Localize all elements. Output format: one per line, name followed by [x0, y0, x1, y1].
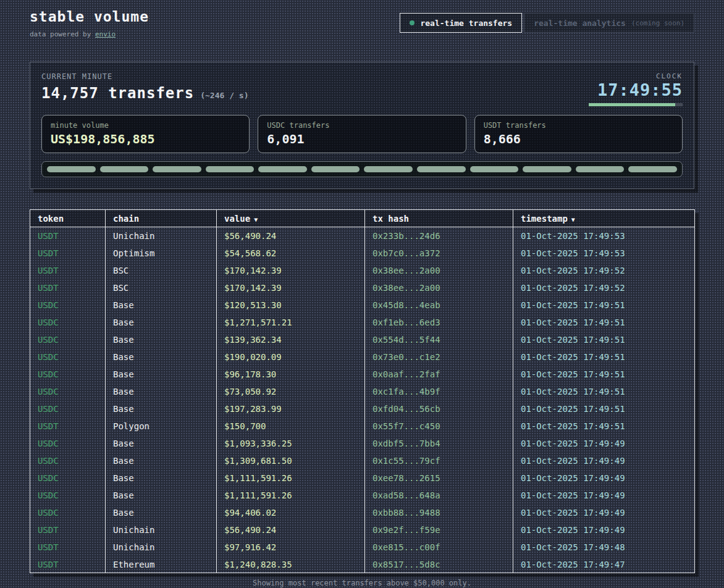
cell-token: USDC: [30, 435, 106, 452]
cell-tx-hash[interactable]: 0x55f7...c450: [365, 418, 513, 435]
cell-tx-hash[interactable]: 0xbb88...9488: [365, 504, 513, 521]
stat-card-value: 6,091: [267, 132, 457, 146]
cell-token: USDT: [30, 521, 106, 539]
cell-chain: Base: [106, 296, 217, 314]
cell-tx-hash[interactable]: 0xf1eb...6ed3: [365, 314, 513, 331]
cell-token: USDC: [30, 314, 106, 331]
column-label: chain: [113, 214, 139, 224]
stat-card-label: USDT transfers: [484, 121, 673, 130]
cell-tx-hash[interactable]: 0x233b...24d6: [365, 227, 513, 245]
volume-segment: [311, 166, 360, 172]
powered-by: data powered by envio: [30, 30, 149, 38]
cell-tx-hash[interactable]: 0xe815...c00f: [365, 539, 513, 556]
cell-timestamp: 01-Oct-2025 17:49:53: [513, 245, 695, 262]
cell-tx-hash[interactable]: 0x38ee...2a00: [365, 262, 513, 279]
cell-chain: Base: [106, 331, 217, 348]
cell-value: $56,490.24: [217, 227, 365, 245]
transfers-summary: CURRENT MINUTE 14,757 transfers (~246 / …: [41, 72, 248, 102]
cell-token: USDT: [30, 227, 106, 245]
stat-card-USDT-transfers: USDT transfers8,666: [474, 115, 683, 153]
volume-segment: [100, 166, 149, 172]
cell-value: $1,111,591.26: [217, 487, 365, 504]
tab-label: real-time analytics: [534, 19, 626, 28]
cell-token: USDC: [30, 452, 106, 469]
column-header-chain[interactable]: chain: [106, 210, 217, 227]
cell-chain: Base: [106, 469, 217, 487]
cell-tx-hash[interactable]: 0x45d8...4eab: [365, 296, 513, 314]
column-label: timestamp: [521, 214, 568, 224]
volume-segment: [417, 166, 466, 172]
cell-value: $96,178.30: [217, 366, 365, 383]
cell-value: $120,513.30: [217, 296, 365, 314]
minute-progress-bar: [589, 103, 683, 106]
cell-timestamp: 01-Oct-2025 17:49:47: [513, 556, 695, 573]
column-header-timestamp[interactable]: timestamp▼: [513, 210, 695, 227]
cell-token: USDT: [30, 556, 106, 573]
cell-tx-hash[interactable]: 0x554d...5f44: [365, 331, 513, 348]
cell-tx-hash[interactable]: 0x1c55...79cf: [365, 452, 513, 469]
table-row: USDTUnichain$56,490.240x233b...24d601-Oc…: [30, 227, 695, 245]
cell-value: $170,142.39: [217, 262, 365, 279]
cell-value: $197,283.99: [217, 400, 365, 418]
volume-segment-bar: [41, 161, 683, 177]
cell-chain: Base: [106, 452, 217, 469]
tab-real-time-analytics[interactable]: real-time analytics(coming soon): [524, 13, 694, 33]
cell-token: USDC: [30, 348, 106, 366]
cell-chain: Unichain: [106, 521, 217, 539]
table-row: USDCBase$139,362.340x554d...5f4401-Oct-2…: [30, 331, 695, 348]
current-minute-panel: CURRENT MINUTE 14,757 transfers (~246 / …: [30, 62, 694, 189]
cell-tx-hash[interactable]: 0xad58...648a: [365, 487, 513, 504]
cell-tx-hash[interactable]: 0x0aaf...2faf: [365, 366, 513, 383]
cell-timestamp: 01-Oct-2025 17:49:51: [513, 418, 695, 435]
branding: stable volume data powered by envio: [30, 9, 149, 38]
tab-label: real-time transfers: [420, 19, 512, 28]
cell-value: $139,362.34: [217, 331, 365, 348]
tab-real-time-transfers[interactable]: real-time transfers: [400, 13, 522, 33]
cell-timestamp: 01-Oct-2025 17:49:51: [513, 348, 695, 366]
cell-chain: Base: [106, 314, 217, 331]
cell-tx-hash[interactable]: 0x73e0...c1e2: [365, 348, 513, 366]
clock-block: CLOCK 17:49:55: [589, 72, 683, 106]
column-header-token[interactable]: token: [30, 210, 106, 227]
cell-value: $56,490.24: [217, 521, 365, 539]
table-row: USDTOptimism$54,568.620xb7c0...a37201-Oc…: [30, 245, 695, 262]
table-body: USDTUnichain$56,490.240x233b...24d601-Oc…: [30, 227, 695, 573]
cell-timestamp: 01-Oct-2025 17:49:53: [513, 227, 695, 245]
stat-card-minute-volume: minute volumeUS$198,856,885: [41, 115, 250, 153]
page-title: stable volume: [30, 9, 149, 25]
cell-tx-hash[interactable]: 0xee78...2615: [365, 469, 513, 487]
transfers-count: 14,757 transfers: [41, 85, 194, 102]
cell-tx-hash[interactable]: 0xfd04...56cb: [365, 400, 513, 418]
stat-card-value: 8,666: [484, 132, 673, 146]
cell-value: $73,050.92: [217, 383, 365, 400]
table-row: USDCBase$1,111,591.260xad58...648a01-Oct…: [30, 487, 695, 504]
table-row: USDTUnichain$97,916.420xe815...c00f01-Oc…: [30, 539, 695, 556]
volume-segment: [364, 166, 413, 172]
envio-link[interactable]: envio: [95, 30, 116, 38]
cell-timestamp: 01-Oct-2025 17:49:51: [513, 296, 695, 314]
table-row: USDTBSC$170,142.390x38ee...2a0001-Oct-20…: [30, 262, 695, 279]
cell-tx-hash[interactable]: 0xb7c0...a372: [365, 245, 513, 262]
minute-progress-fill: [589, 103, 675, 106]
transfers-table: tokenchainvalue▼tx hashtimestamp▼ USDTUn…: [30, 209, 695, 573]
table-header-row: tokenchainvalue▼tx hashtimestamp▼: [30, 210, 695, 227]
cell-timestamp: 01-Oct-2025 17:49:49: [513, 521, 695, 539]
column-header-tx-hash[interactable]: tx hash: [365, 210, 513, 227]
cell-tx-hash[interactable]: 0xc1fa...4b9f: [365, 383, 513, 400]
cell-value: $170,142.39: [217, 279, 365, 296]
cell-value: $54,568.62: [217, 245, 365, 262]
cell-tx-hash[interactable]: 0x8517...5d8c: [365, 556, 513, 573]
cell-tx-hash[interactable]: 0x9e2f...f59e: [365, 521, 513, 539]
cell-tx-hash[interactable]: 0x38ee...2a00: [365, 279, 513, 296]
cell-tx-hash[interactable]: 0xdbf5...7bb4: [365, 435, 513, 452]
table-row: USDCBase$73,050.920xc1fa...4b9f01-Oct-20…: [30, 383, 695, 400]
cell-chain: Optimism: [106, 245, 217, 262]
cell-timestamp: 01-Oct-2025 17:49:51: [513, 383, 695, 400]
cell-chain: Base: [106, 487, 217, 504]
column-header-value[interactable]: value▼: [217, 210, 365, 227]
stat-card-label: USDC transfers: [267, 121, 457, 130]
table-row: USDCBase$1,309,681.500x1c55...79cf01-Oct…: [30, 452, 695, 469]
footer-note: Showing most recent transfers above $50,…: [30, 573, 694, 587]
stat-card-USDC-transfers: USDC transfers6,091: [258, 115, 466, 153]
volume-segment: [628, 166, 677, 172]
